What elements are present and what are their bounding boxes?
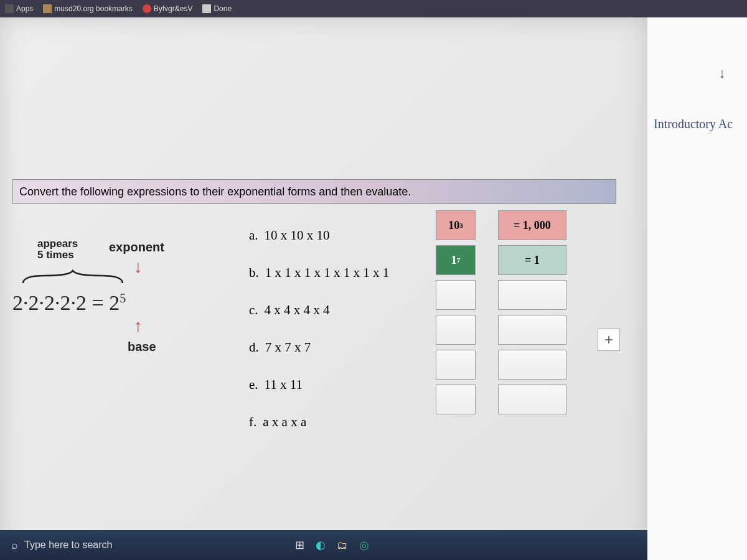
- problem-d: d.7 x 7 x 7: [249, 329, 389, 366]
- problem-f: f.a x a x a: [249, 403, 389, 441]
- bookmark-byfvgr[interactable]: Byfvgr&esV: [140, 3, 195, 14]
- bookmark-label: musd20.org bookmarks: [54, 4, 132, 13]
- site-icon: [143, 4, 151, 13]
- instruction-bar: Convert the following expressions to the…: [12, 179, 616, 204]
- task-view-icon[interactable]: ⊞: [295, 538, 304, 552]
- doc-icon: [202, 4, 211, 13]
- problem-e: e.11 x 11: [249, 366, 389, 403]
- file-explorer-icon[interactable]: 🗂: [337, 539, 348, 552]
- problem-b: b.1 x 1 x 1 x 1 x 1 x 1 x 1: [249, 254, 389, 291]
- search-icon: ⌕: [11, 539, 18, 552]
- answer-a-val[interactable]: = 1, 000: [498, 210, 566, 240]
- apps-button[interactable]: Apps: [2, 3, 35, 14]
- download-icon[interactable]: ↓: [710, 61, 735, 86]
- search-placeholder: Type here to search: [24, 539, 112, 551]
- bookmarks-bar: Apps musd20.org bookmarks Byfvgr&esV Don…: [0, 0, 747, 17]
- answer-e-val[interactable]: [498, 350, 566, 380]
- answer-b-exp[interactable]: 17: [436, 245, 476, 275]
- answer-d-val[interactable]: [498, 315, 566, 345]
- answer-c-exp[interactable]: [436, 280, 476, 310]
- taskbar-search[interactable]: ⌕ Type here to search: [11, 539, 260, 552]
- bookmark-musd20[interactable]: musd20.org bookmarks: [40, 3, 134, 14]
- arrow-down-icon: ↓: [134, 257, 143, 277]
- apps-label: Apps: [16, 4, 33, 13]
- answer-e-exp[interactable]: [436, 350, 476, 380]
- arrow-up-icon: ↑: [134, 316, 143, 336]
- bookmark-label: Done: [214, 4, 232, 13]
- appears-label: appears 5 times: [37, 238, 78, 261]
- problem-c: c.4 x 4 x 4 x 4: [249, 291, 389, 329]
- base-label: base: [128, 340, 156, 354]
- answer-f-val[interactable]: [498, 385, 566, 414]
- content-wrap: Convert the following expressions to the…: [0, 17, 747, 560]
- brace-icon: [20, 269, 126, 287]
- answer-a-exp[interactable]: 103: [436, 210, 476, 240]
- answer-d-exp[interactable]: [436, 315, 476, 345]
- answer-f-exp[interactable]: [436, 385, 476, 414]
- answer-c-val[interactable]: [498, 280, 566, 310]
- apps-grid-icon: [5, 4, 14, 13]
- folder-icon: [43, 4, 52, 13]
- sidebar-title: Introductory Ac: [654, 117, 747, 131]
- taskbar-icons: ⊞ ◐ 🗂 ◎: [295, 538, 369, 552]
- add-button[interactable]: +: [598, 329, 620, 351]
- right-panel: ↓ Introductory Ac: [647, 17, 747, 560]
- exponent-label: exponent: [109, 240, 164, 254]
- bookmark-done[interactable]: Done: [200, 3, 234, 14]
- example-equation: 2·2·2·2·2 = 25: [12, 291, 126, 315]
- bookmark-label: Byfvgr&esV: [154, 4, 193, 13]
- problem-a: a.10 x 10 x 10: [249, 217, 389, 254]
- answer-b-val[interactable]: = 1: [498, 245, 566, 275]
- instruction-text: Convert the following expressions to the…: [19, 185, 411, 198]
- windows-taskbar: ⌕ Type here to search ⊞ ◐ 🗂 ◎: [0, 530, 647, 560]
- problem-list: a.10 x 10 x 10 b.1 x 1 x 1 x 1 x 1 x 1 x…: [249, 217, 389, 441]
- exponent-column: 103 17: [436, 210, 476, 414]
- worksheet-page: Convert the following expressions to the…: [0, 17, 647, 560]
- value-column: = 1, 000 = 1: [498, 210, 566, 414]
- edge-icon[interactable]: ◐: [316, 538, 326, 552]
- chrome-icon[interactable]: ◎: [359, 538, 369, 552]
